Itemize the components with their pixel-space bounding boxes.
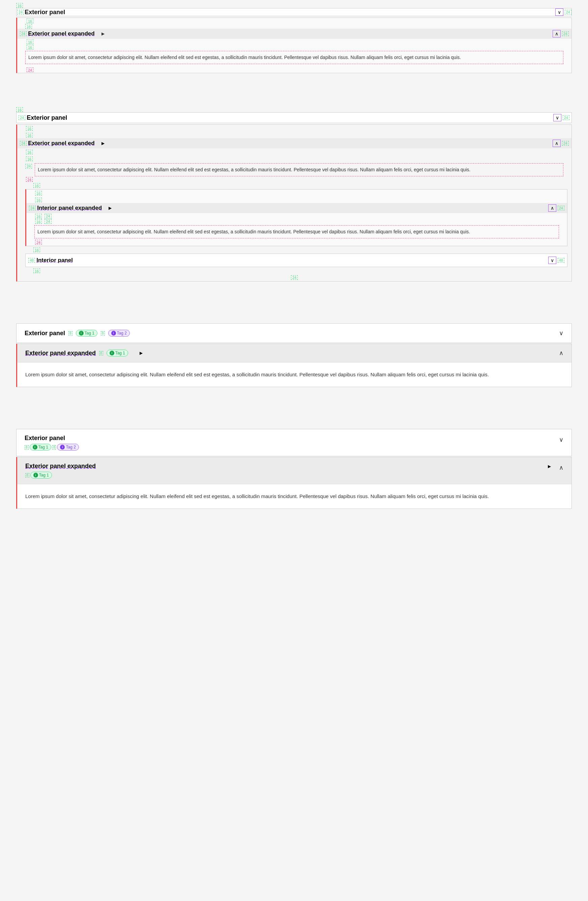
s2-body-sp2: 16 [17, 156, 571, 162]
s2-exterior-title: Exterior panel [27, 114, 67, 122]
s2-inner-sp1: 16 [17, 125, 571, 132]
s2-exp-left-b: 24 [20, 141, 27, 146]
s3-exp-body-text: Lorem ipsum dolor sit amet, consectetur … [25, 372, 489, 377]
s4-tag-sp1: 8 [25, 445, 29, 449]
body-top-spacing2: 16 [17, 45, 571, 50]
s2-int-right-b: 24 [558, 206, 565, 210]
exterior-panel-collapsed: 24 Exterior panel ∨ 24 [16, 8, 572, 16]
inner-spacing-16a: 16 [27, 19, 33, 23]
exterior-panel-expanded-container: 16 16 24 Exterior panel expanded ▶ ∧ 24 … [16, 17, 572, 73]
s2-exp-right-b: 24 [562, 141, 569, 146]
arrow-icon: ▶ [101, 31, 104, 36]
s3-tag-sp-badge2: 8 [101, 331, 105, 335]
body-spacing-16a: 16 [27, 39, 33, 44]
s2-int-side-badge: 24 [45, 214, 51, 218]
exterior-panel-header-row[interactable]: 24 Exterior panel ∨ 24 [17, 8, 571, 16]
s4-exp-tag-sp: 8 [25, 473, 29, 477]
s2-int-top-sp1: 16 [26, 190, 567, 197]
s2-int-body-text: Lorem ipsum dolor sit amet, consectetur … [37, 229, 470, 234]
s2-int-exp-header[interactable]: 24 Interior panel expanded ▶ ∧ 24 [26, 203, 567, 213]
s2-after-body-sp: 24 [17, 176, 571, 182]
s2-int-coll-chevron[interactable]: ∨ [548, 257, 556, 264]
s3-exp-tag1: i Tag 1 [106, 350, 128, 356]
s4-exp-chevron[interactable]: ∧ [559, 464, 563, 471]
exp-left-badge: 24 [20, 31, 27, 36]
s4-tag1: i Tag 1 [30, 444, 51, 450]
s2-inner-sp2: 16 [17, 132, 571, 138]
s2-int-top-sp2: 16 [26, 197, 567, 203]
s4-ext-chevron[interactable]: ∨ [559, 436, 563, 443]
s4-tag-sp2: 8 [52, 445, 56, 449]
s4-exp-tag1-label: Tag 1 [39, 473, 49, 477]
s2-interior-expanded-wrap: 16 16 24 Interior panel expanded ▶ ∧ 24 [25, 189, 568, 246]
exterior-expanded-header[interactable]: 24 Exterior panel expanded ▶ ∧ 24 [17, 29, 571, 39]
s3-exp-body: Lorem ipsum dolor sit amet, consectetur … [17, 363, 571, 387]
section-4: Exterior panel 8 i Tag 1 8 i Tag 2 [0, 418, 588, 520]
s3-ext-chevron[interactable]: ∨ [559, 329, 563, 337]
s2-center-badge: 24 [291, 275, 298, 280]
s2-after-body-24: 24 [26, 177, 33, 182]
exterior-expanded-body: Lorem ipsum dolor sit amet, consectetur … [17, 50, 571, 67]
s3-exp-tag-sp: 8 [99, 351, 103, 355]
s2-int-side-badge2: 24 [45, 219, 51, 224]
s3-ext-header[interactable]: Exterior panel 8 i Tag 1 8 i Tag 2 ∨ [17, 324, 571, 343]
s2-ext-exp-header[interactable]: 24 Exterior panel expanded ▶ ∧ 24 [17, 138, 571, 148]
exterior-panel-title: Exterior panel [25, 9, 65, 16]
s2-int-chevron[interactable]: ∧ [548, 204, 556, 212]
spacing-16-label: 16 [16, 3, 23, 8]
s2-bottom-16: 16 [33, 268, 40, 273]
s4-exterior-collapsed: Exterior panel 8 i Tag 1 8 i Tag 2 [16, 429, 572, 456]
s2-arrow: ▶ [101, 141, 104, 146]
s2-sp2-label: 16 [26, 133, 33, 137]
s2-exp-chevron[interactable]: ∧ [552, 140, 561, 147]
s2-int-bsp1: 16 [35, 214, 42, 218]
s2-ext-right-badge: 24 [563, 115, 569, 120]
s4-tag1-icon: i [33, 445, 37, 449]
s2-int-coll-title: Interior panel [36, 257, 73, 264]
s2-sp1-label: 16 [26, 126, 33, 131]
s3-exp-title: Exterior panel expanded [25, 350, 96, 357]
s4-tag2: i Tag 2 [57, 444, 78, 450]
s2-int-coll-header[interactable]: 48 Interior panel ∨ 48 [26, 254, 567, 267]
s2-center-badge-row: 24 [17, 274, 571, 281]
section-1: 16 24 Exterior panel ∨ 24 16 16 24 [0, 0, 588, 84]
s2-int-body: Lorem ipsum dolor sit amet, consectetur … [26, 224, 567, 238]
s3-tag1: i Tag 1 [76, 330, 97, 337]
s3-ext-title: Exterior panel [25, 330, 65, 337]
s2-int-coll-left-b: 48 [28, 258, 35, 263]
s2-int-bottom-24: 24 [35, 240, 42, 245]
s3-exp-chevron[interactable]: ∧ [559, 349, 563, 357]
body-top-spacing: 16 [17, 39, 571, 45]
exp-right-badge: 24 [562, 31, 569, 36]
s2-exp-title: Exterior panel expanded [28, 140, 94, 147]
s3-exp-header[interactable]: Exterior panel expanded 8 i Tag 1 ▶ ∧ [17, 344, 571, 363]
left-spacing-badge: 24 [17, 10, 24, 14]
s4-exp-tag1-icon: i [33, 473, 38, 477]
s3-exterior-collapsed: Exterior panel 8 i Tag 1 8 i Tag 2 ∨ [16, 323, 572, 343]
s2-exterior-header[interactable]: 24 Exterior panel ∨ 24 [17, 113, 571, 123]
s3-exp-tag1-label: Tag 1 [115, 351, 125, 355]
s2-exterior-chevron[interactable]: ∨ [553, 114, 561, 122]
s2-int-body-box: Lorem ipsum dolor sit amet, consectetur … [34, 225, 559, 238]
right-spacing-badge: 24 [565, 10, 571, 14]
exterior-panel-chevron-down[interactable]: ∨ [555, 8, 563, 16]
s4-tag1-label: Tag 1 [39, 445, 48, 449]
inner-top-spacing: 16 [17, 18, 571, 24]
s4-exterior-expanded: Exterior panel expanded 8 i Tag 1 ▶ ∧ Lo… [16, 457, 572, 509]
s2-before-inner-sp: 16 [17, 182, 571, 189]
s2-int-body-sp1: 16 24 [26, 213, 567, 219]
s3-tag1-icon: i [79, 331, 84, 335]
s2-body-left-badge: 24 [25, 164, 32, 168]
s2-bsp1: 16 [26, 150, 33, 154]
s3-tag2: i Tag 2 [108, 330, 130, 337]
s3-tag2-icon: i [111, 331, 116, 335]
exterior-exp-chevron[interactable]: ∧ [552, 30, 561, 37]
s2-int-coll-right-b: 48 [558, 258, 565, 263]
s4-ext-header[interactable]: Exterior panel 8 i Tag 1 8 i Tag 2 [17, 429, 571, 456]
s2-ext-left-badge: 24 [19, 115, 25, 120]
s2-int-left-b: 24 [29, 206, 36, 210]
s2-after-int-sp: 16 [17, 246, 571, 254]
s4-ext-title: Exterior panel [25, 435, 79, 442]
s2-after-int-16: 16 [33, 248, 40, 252]
s4-exp-header[interactable]: Exterior panel expanded 8 i Tag 1 ▶ ∧ [17, 457, 571, 484]
